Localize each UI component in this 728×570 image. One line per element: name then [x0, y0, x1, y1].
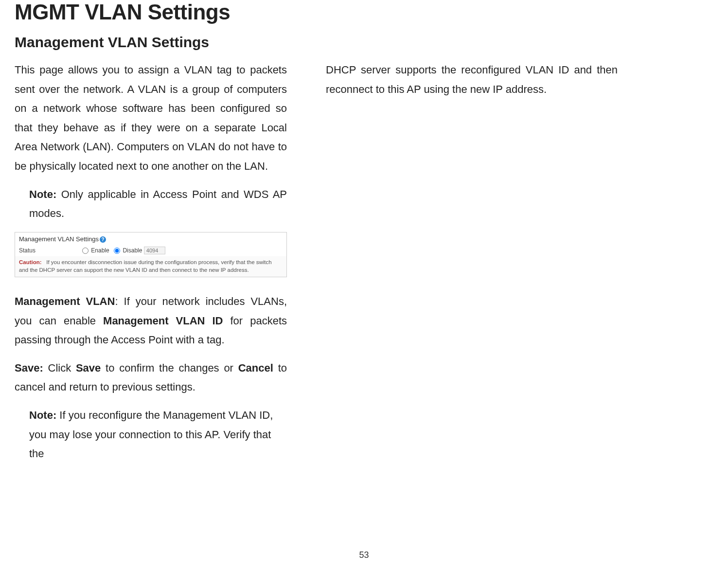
caution-row: Caution: If you encounter disconnection … — [15, 256, 286, 277]
save-text2: to confirm the changes or — [101, 362, 238, 374]
note-2-label: Note: — [29, 409, 56, 421]
right-column: DHCP server supports the reconfigured VL… — [326, 60, 618, 472]
info-icon[interactable]: ? — [100, 236, 106, 243]
mgmt-vlan-paragraph: Management VLAN: If your network include… — [15, 292, 287, 350]
vlan-id-input[interactable] — [144, 247, 165, 254]
cancel-bold: Cancel — [238, 362, 273, 374]
save-label: Save: — [15, 362, 43, 374]
intro-paragraph: This page allows you to assign a VLAN ta… — [15, 60, 287, 176]
caution-label: Caution: — [19, 259, 42, 265]
caution-text: If you encounter disconnection issue dur… — [19, 259, 272, 273]
save-paragraph: Save: Click Save to confirm the changes … — [15, 358, 287, 397]
note-1-label: Note: — [29, 188, 56, 200]
disable-radio[interactable] — [114, 248, 120, 254]
note-1: Note: Only applicable in Access Point an… — [29, 185, 287, 223]
save-bold: Save — [76, 362, 101, 374]
status-options: Enable Disable — [79, 247, 165, 254]
note-2: Note: If you reconfigure the Management … — [29, 406, 287, 463]
page-number: 53 — [0, 550, 728, 560]
right-continuation: DHCP server supports the reconfigured VL… — [326, 60, 618, 99]
panel-title-row: Management VLAN Settings? — [15, 232, 286, 245]
mgmt-vlan-label: Management VLAN — [15, 295, 115, 307]
note-2-text: If you reconfigure the Management VLAN I… — [29, 409, 273, 460]
left-column: This page allows you to assign a VLAN ta… — [15, 60, 287, 472]
section-heading: Management VLAN Settings — [15, 34, 713, 51]
save-text1: Click — [43, 362, 76, 374]
panel-title-text: Management VLAN Settings — [19, 235, 99, 243]
mgmt-vlan-id-bold: Management VLAN ID — [103, 315, 223, 327]
note-1-text: Only applicable in Access Point and WDS … — [29, 188, 287, 220]
disable-label: Disable — [123, 247, 142, 254]
status-row: Status Enable Disable — [15, 245, 286, 256]
enable-radio[interactable] — [82, 248, 89, 254]
enable-label: Enable — [91, 247, 109, 254]
status-label: Status — [19, 247, 72, 254]
page-title: MGMT VLAN Settings — [15, 0, 713, 24]
settings-panel: Management VLAN Settings? Status Enable … — [15, 232, 287, 277]
